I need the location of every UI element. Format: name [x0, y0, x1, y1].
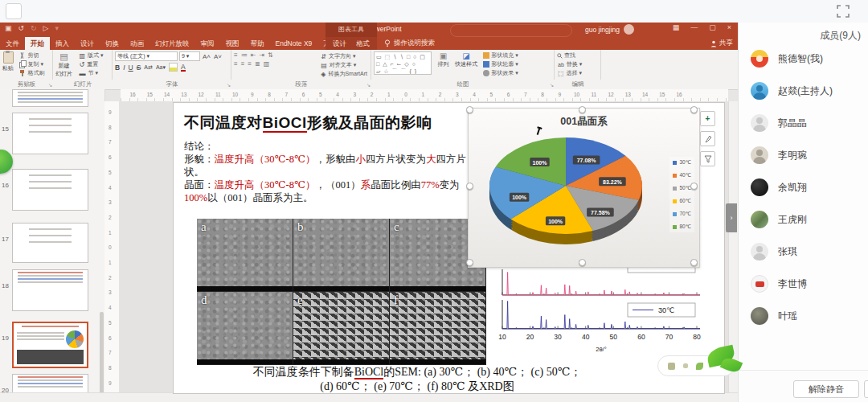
shapes-gallery[interactable]: ▭ ⬚ ∖ ∖ □ ○ ▢□ △ ⌐ ⌙ ◇ ○▱ ☆ ⌒ ⌒ { }	[374, 51, 432, 75]
char-spacing-icon[interactable]: A⇄	[144, 64, 153, 71]
context-tab-设计[interactable]: 设计	[330, 37, 350, 50]
context-tab-格式[interactable]: 格式	[353, 37, 373, 50]
italic-button[interactable]: I	[123, 64, 125, 72]
selection-handle[interactable]	[579, 106, 586, 113]
member-row[interactable]: 余凯翔	[751, 178, 807, 196]
tab-动画[interactable]: 动画	[125, 37, 149, 50]
tab-切换[interactable]: 切换	[100, 37, 125, 50]
selection-handle[interactable]	[466, 106, 473, 113]
tab-EndNote X9[interactable]: EndNote X9	[270, 37, 318, 50]
member-row[interactable]: 叶瑶	[751, 307, 797, 325]
customize-qat-icon[interactable]: ▾	[55, 24, 59, 32]
selection-handle[interactable]	[690, 106, 698, 113]
strike-button[interactable]: S	[137, 64, 141, 72]
member-row[interactable]: 熊德智(我)	[751, 50, 823, 68]
change-case-icon[interactable]: Aa▾	[156, 64, 166, 71]
section-button[interactable]: ▬节 ▾	[78, 69, 103, 77]
numbering-icon[interactable]: ≔	[241, 51, 248, 59]
slide-title[interactable]: 不同温度对BiOCl形貌及晶面的影响	[184, 113, 432, 133]
fullscreen-icon[interactable]	[836, 4, 850, 18]
ribbon-display-icon[interactable]: ▦	[673, 23, 680, 31]
redo-icon[interactable]: ↻	[31, 24, 37, 32]
account-info[interactable]: guo jingjing	[585, 24, 634, 35]
ime-punct-icon[interactable]	[683, 363, 688, 368]
selection-handle[interactable]	[690, 259, 698, 266]
underline-button[interactable]: U	[129, 64, 133, 72]
quick-styles-button[interactable]: ◪ 快速样式	[455, 51, 477, 68]
share-button[interactable]: 共享	[710, 37, 733, 50]
font-name-select[interactable]: 等线 (正文) ▾	[115, 51, 178, 61]
layout-button[interactable]: ▥版式 ▾	[78, 51, 103, 59]
slide[interactable]: 不同温度对BiOCl形貌及晶面的影响 结论： 形貌：温度升高（30℃-8℃），形…	[173, 102, 725, 394]
window-chip[interactable]	[6, 3, 22, 19]
shape-fill-button[interactable]: 形状填充 ▾	[483, 51, 518, 59]
smartart-button[interactable]: ◈转换为SmartArt	[320, 70, 367, 78]
chart-filter-button[interactable]	[700, 151, 715, 166]
member-row[interactable]: 李明琬	[751, 146, 807, 164]
align-left-icon[interactable]: ≡	[234, 60, 238, 68]
member-row[interactable]: 张琪	[751, 243, 797, 260]
indent-decrease-icon[interactable]: ⇤	[251, 51, 256, 59]
line-spacing-icon[interactable]: ⇅	[268, 51, 273, 59]
chart-style-button[interactable]	[700, 131, 715, 146]
slide-thumbnail-20[interactable]	[12, 374, 88, 392]
panel-collapse-handle[interactable]: ›	[726, 203, 737, 232]
tab-审阅[interactable]: 审阅	[195, 37, 220, 50]
bullets-icon[interactable]: ≡	[234, 51, 238, 59]
chart-elements-button[interactable]: +	[700, 111, 715, 126]
member-row[interactable]: 李世博	[751, 275, 807, 293]
slideshow-icon[interactable]: ▷	[43, 24, 49, 32]
thumbnail-scrollbar[interactable]	[100, 312, 104, 392]
tab-插入[interactable]: 插入	[50, 37, 75, 50]
align-right-icon[interactable]: ≡	[248, 60, 252, 68]
tab-开始[interactable]: 开始	[25, 37, 50, 50]
paste-button[interactable]: 粘贴	[2, 51, 14, 72]
figure-caption[interactable]: 不同温度条件下制备BiOCl的SEM: (a) 30℃； (b) 40℃； (c…	[188, 365, 646, 394]
tab-视图[interactable]: 视图	[220, 37, 245, 50]
selection-handle[interactable]	[690, 183, 698, 190]
partial-button[interactable]	[864, 380, 868, 398]
indent-increase-icon[interactable]: ⇥	[259, 51, 264, 59]
slide-thumbnail-partial[interactable]	[12, 89, 88, 107]
ime-language-icon[interactable]	[668, 363, 675, 370]
copy-button[interactable]: 复制 ▾	[19, 60, 44, 68]
font-color-icon[interactable]: A	[181, 64, 186, 72]
undo-icon[interactable]: ↺	[18, 24, 25, 32]
save-icon[interactable]: ▣	[5, 24, 12, 32]
select-button[interactable]: ⬚选择 ▾	[557, 69, 582, 77]
slide-thumbnail-16[interactable]	[12, 169, 88, 211]
selection-handle[interactable]	[466, 183, 473, 190]
highlight-color-icon[interactable]	[169, 63, 178, 72]
tab-帮助[interactable]: 帮助	[245, 37, 270, 50]
find-button[interactable]: 查找	[557, 51, 582, 59]
bold-button[interactable]: B	[115, 64, 120, 72]
ime-skin-icon[interactable]	[696, 363, 703, 370]
text-direction-button[interactable]: ⇵文字方向 ▾	[320, 52, 367, 60]
columns-icon[interactable]: ▥	[264, 60, 270, 68]
font-size-select[interactable]: 9 ▾	[179, 51, 200, 61]
member-row[interactable]: 赵燚(主持人)	[751, 82, 833, 100]
shape-effects-button[interactable]: 形状效果 ▾	[483, 69, 518, 77]
justify-icon[interactable]: ≣	[255, 60, 260, 68]
selection-handle[interactable]	[579, 259, 586, 266]
tab-文件[interactable]: 文件	[0, 37, 25, 50]
tab-幻灯片放映[interactable]: 幻灯片放映	[149, 37, 195, 50]
restore-icon[interactable]: ▢	[709, 23, 716, 31]
align-center-icon[interactable]: ≡	[241, 60, 245, 68]
align-text-button[interactable]: ▤对齐文本 ▾	[320, 61, 367, 69]
slide-thumbnail-19[interactable]	[12, 322, 88, 368]
pie-chart-object[interactable]: 001晶面系 77.08%83.22%77.58%100%100%100% 30…	[468, 108, 700, 268]
member-row[interactable]: 王虎刚	[751, 211, 807, 228]
selection-handle[interactable]	[466, 259, 473, 266]
unmute-button[interactable]: 解除静音	[793, 380, 859, 398]
tell-me-box[interactable]: 操作说明搜索	[384, 37, 435, 50]
slide-thumbnail-15[interactable]	[12, 113, 88, 154]
minimize-icon[interactable]: —	[690, 23, 698, 31]
member-row[interactable]: 郭晶晶	[751, 114, 807, 132]
tab-设计[interactable]: 设计	[75, 37, 100, 50]
slide-thumbnail-18[interactable]	[12, 269, 88, 311]
new-slide-button[interactable]: ▤ 新建幻灯片	[55, 51, 72, 78]
cut-button[interactable]: 剪切	[19, 51, 44, 59]
reset-button[interactable]: ↺重置	[78, 60, 103, 68]
shape-outline-button[interactable]: 形状轮廓 ▾	[483, 60, 518, 68]
